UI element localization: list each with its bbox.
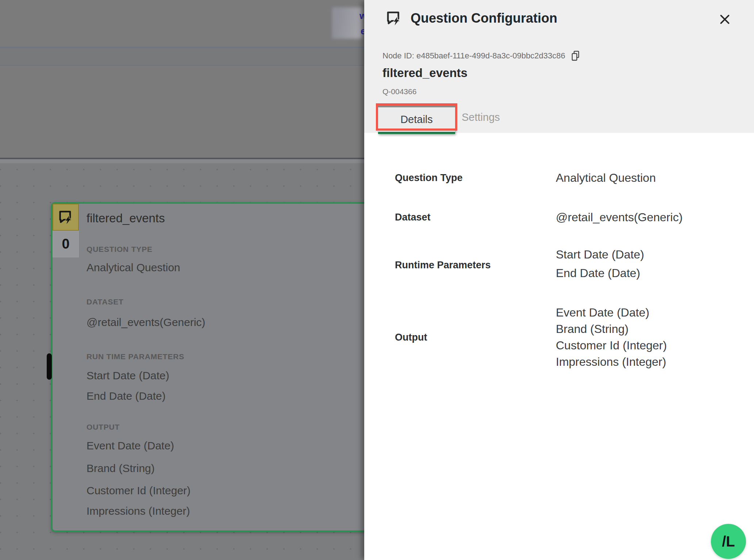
- detail-row-value: Impressions (Integer): [556, 355, 666, 369]
- detail-row-value: Event Date (Date): [556, 306, 649, 319]
- node-section-value: Event Date (Date): [86, 440, 174, 452]
- question-node-icon-square: [53, 204, 79, 231]
- detail-row-value: Customer Id (Integer): [556, 339, 667, 352]
- blurred-user-info: [332, 7, 363, 39]
- assistant-fab-button[interactable]: /L: [711, 524, 746, 559]
- question-node-card[interactable]: 0 filtered_events QUESTION TYPE Analytic…: [51, 202, 372, 532]
- subheader-band: [0, 48, 364, 65]
- question-chat-lightning-icon: [57, 209, 74, 226]
- detail-row-label: Question Type: [395, 172, 463, 184]
- node-section-label: QUESTION TYPE: [86, 245, 153, 254]
- node-name-heading: filtered_events: [382, 66, 468, 80]
- node-input-count-badge: 0: [53, 231, 79, 257]
- workspace-dimmed-area: w e 0 filtered_events QUESTION TYPE Anal…: [0, 0, 364, 560]
- detail-row-label: Dataset: [395, 212, 431, 223]
- detail-row-value: Start Date (Date): [556, 248, 644, 261]
- node-section-label: OUTPUT: [86, 423, 120, 431]
- toolbar-strip: [0, 159, 364, 163]
- detail-row-value: @retail_events(Generic): [556, 211, 682, 224]
- question-configuration-panel: Question Configuration Node ID: e485baef…: [364, 0, 754, 560]
- close-button[interactable]: [718, 12, 732, 27]
- panel-title: Question Configuration: [411, 11, 557, 26]
- node-section-value: @retail_events(Generic): [86, 316, 205, 329]
- panel-header: Question Configuration Node ID: e485baef…: [364, 0, 754, 133]
- subheader-divider: [0, 65, 364, 66]
- node-input-port-handle[interactable]: [47, 353, 52, 380]
- node-section-value: End Date (Date): [86, 390, 166, 402]
- detail-row-value: End Date (Date): [556, 266, 640, 280]
- copy-icon[interactable]: [570, 50, 581, 62]
- app-window: w e 0 filtered_events QUESTION TYPE Anal…: [0, 0, 754, 560]
- red-annotation-highlight-box: [376, 103, 457, 131]
- node-section-label: RUN TIME PARAMETERS: [86, 352, 184, 361]
- node-title: filtered_events: [86, 211, 165, 225]
- question-code: Q-004366: [382, 87, 416, 96]
- node-section-value: Analytical Question: [86, 261, 180, 274]
- close-icon: [719, 13, 731, 26]
- node-section-value: Start Date (Date): [86, 369, 169, 382]
- detail-row-value: Analytical Question: [556, 171, 656, 185]
- node-section-label: DATASET: [86, 298, 124, 306]
- node-section-value: Customer Id (Integer): [86, 484, 191, 497]
- detail-row-label: Runtime Parameters: [395, 260, 491, 271]
- detail-row-label: Output: [395, 332, 427, 343]
- node-section-value: Brand (String): [86, 462, 155, 475]
- node-section-value: Impressions (Integer): [86, 505, 190, 517]
- tab-settings[interactable]: Settings: [462, 111, 500, 123]
- detail-row-value: Brand (String): [556, 322, 628, 336]
- node-id-text: Node ID: e485baef-111e-499d-8a3c-09bbc2d…: [382, 51, 565, 61]
- question-chat-lightning-icon: [385, 9, 403, 27]
